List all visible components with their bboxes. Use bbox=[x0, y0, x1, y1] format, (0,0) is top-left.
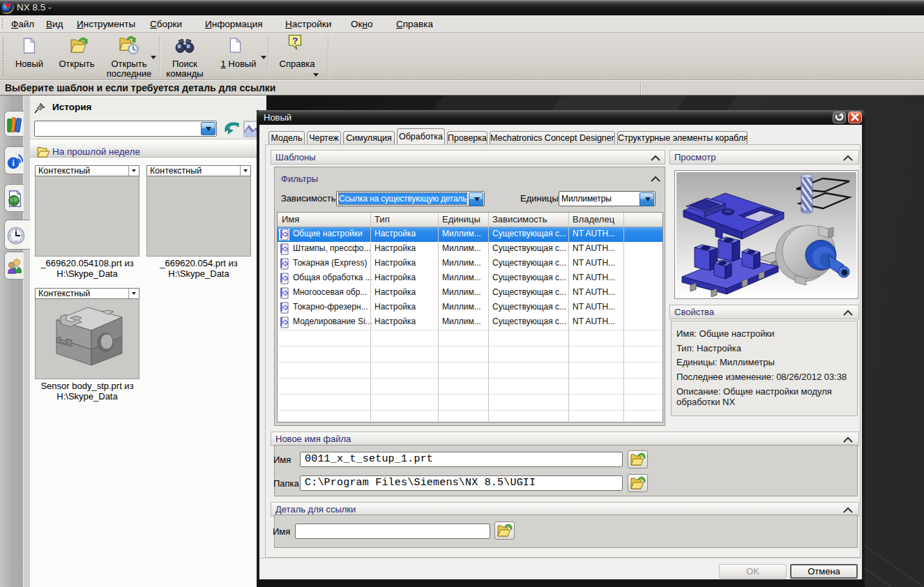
svg-text:?: ? bbox=[292, 36, 298, 46]
